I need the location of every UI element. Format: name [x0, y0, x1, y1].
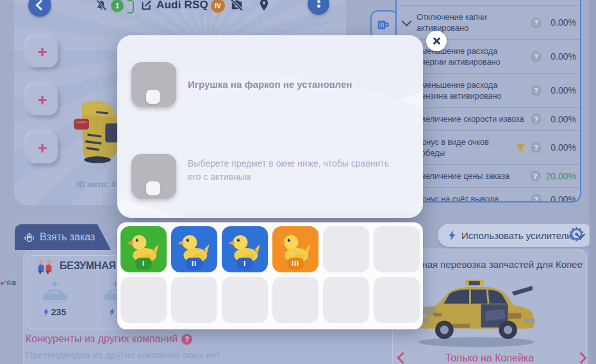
boost-label: Увеличение цены заказа	[417, 170, 525, 181]
tier-badge: III	[287, 258, 304, 270]
chevron-down-icon	[402, 16, 412, 26]
modal-title: Игрушка на фаркоп не установлен	[188, 79, 406, 90]
modal-close-button[interactable]	[426, 31, 447, 51]
help-icon[interactable]: ?	[531, 113, 542, 124]
boosts-panel: Отключение капчи активировано ? 0.00% Ум…	[395, 0, 581, 203]
kebab-icon	[317, 0, 320, 10]
boost-row[interactable]: Уменьшение расхода энергии активировано …	[397, 39, 580, 73]
boost-value: 0.00%	[547, 85, 576, 95]
walkie-talkie-icon	[24, 231, 35, 244]
boost-value: 0.00%	[547, 194, 576, 203]
item-compare-modal: Игрушка на фаркоп не установлен Выберете…	[117, 35, 423, 218]
help-icon[interactable]: ?	[530, 170, 541, 181]
rarity-chip	[146, 90, 160, 104]
inventory-cell[interactable]: III	[272, 226, 319, 272]
green-bracket-icon	[128, 0, 134, 13]
inventory-cell[interactable]	[120, 277, 167, 323]
boost-value: 0.00%	[547, 114, 576, 124]
inventory-cell[interactable]	[323, 226, 369, 272]
promo-caption: Только на Копейка	[418, 352, 561, 364]
boost-row[interactable]: Увеличение скорости извоза ? 0.00%	[397, 107, 580, 130]
tier-badge: II	[186, 258, 203, 270]
tab-take-order-label: Взять заказ	[40, 231, 95, 243]
inventory-cell[interactable]	[222, 277, 268, 323]
car-title: Audi RSQ	[156, 0, 208, 13]
boost-row[interactable]: Уменьшение расхода бензина активировано …	[397, 73, 580, 107]
help-icon[interactable]: ?	[531, 51, 542, 62]
trophy-icon	[516, 143, 526, 153]
add-slot-button-1[interactable]: +	[27, 37, 58, 67]
bell-slash-icon[interactable]	[95, 0, 108, 13]
lightning-icon	[109, 308, 115, 317]
use-boosters-label: Использовать усилители	[461, 230, 572, 241]
inventory-cell[interactable]	[374, 226, 420, 272]
modal-hint: Выберете предмет в окне ниже, чтобы срав…	[188, 157, 399, 184]
help-icon[interactable]: ?	[531, 17, 542, 28]
tier-badge: I	[236, 258, 253, 270]
boost-row[interactable]: Увеличение цены заказа ? 20.00%	[397, 164, 580, 187]
inventory-grid: I II I	[117, 222, 423, 329]
settings-gear-button[interactable]: ⚙	[568, 223, 585, 246]
order-slots: + 235 + 2	[40, 279, 130, 317]
boost-label: Уменьшение расхода бензина активировано	[417, 79, 526, 101]
energy-value: 235	[51, 307, 66, 317]
boost-label: Бонус на счёт вывода	[417, 194, 526, 203]
competitors-title: Конкуренты из других компаний ?	[26, 333, 192, 345]
rarity-chip	[146, 181, 160, 195]
help-icon[interactable]: ?	[531, 85, 542, 96]
close-icon	[432, 37, 441, 46]
compare-item-empty-slot	[131, 154, 176, 199]
edit-icon[interactable]	[140, 0, 154, 12]
boost-value: 20.00%	[546, 171, 576, 181]
inventory-cell[interactable]: I	[120, 226, 167, 272]
inventory-cell[interactable]: I	[222, 226, 268, 272]
render-artifact-text: в°Ñ⊠	[1, 280, 16, 286]
order-car-slot[interactable]: + 235	[40, 279, 69, 317]
boost-label: Отключение капчи активировано	[417, 12, 526, 33]
competitors-empty: Претендендов из других компаний пока нет	[26, 349, 220, 360]
boost-row[interactable]: Отключение капчи активировано ? 0.00%	[397, 5, 580, 39]
scrollbar[interactable]	[590, 0, 596, 364]
help-icon[interactable]: ?	[531, 194, 542, 203]
boosts-panel-clipped-row	[397, 0, 580, 5]
car-ghost-icon	[40, 288, 69, 301]
plus-icon: +	[40, 279, 69, 288]
tier-badge: I	[135, 258, 152, 270]
boost-row[interactable]: Бонус в виде очков победы ? 0.00%	[397, 130, 580, 164]
active-item-empty-slot	[131, 62, 176, 107]
boost-rows: Отключение капчи активировано ? 0.00% Ум…	[397, 5, 580, 203]
lightning-icon	[43, 308, 49, 317]
inventory-cell[interactable]	[272, 277, 319, 323]
inventory-cell[interactable]	[374, 277, 420, 323]
boost-label: Бонус в виде очков победы	[417, 136, 513, 158]
passengers-icon	[36, 258, 54, 275]
boost-value: 0.00%	[547, 142, 576, 153]
camera-slash-icon[interactable]	[229, 0, 244, 12]
help-icon[interactable]: ?	[531, 142, 542, 153]
game-screen: 1 Audi RSQ IV + + + ID авто: #7	[0, 0, 596, 364]
inventory-cell[interactable]	[171, 277, 217, 323]
help-icon[interactable]: ?	[181, 334, 192, 345]
taxi-promo-image	[409, 274, 543, 351]
inventory-cell[interactable]	[323, 277, 369, 323]
chevron-left-icon	[36, 0, 47, 10]
add-slot-button-3[interactable]: +	[27, 133, 58, 163]
inventory-cell[interactable]: II	[171, 226, 217, 272]
boost-value: 0.00%	[547, 51, 576, 62]
boost-value: 0.00%	[547, 17, 576, 28]
mug-icon	[376, 18, 390, 32]
boost-label: Увеличение скорости извоза	[417, 113, 526, 124]
boost-row[interactable]: Бонус на счёт вывода ? 0.00%	[397, 187, 580, 203]
location-pin-icon[interactable]	[258, 0, 270, 12]
promo-title: иная перевозка запчастей для Копеек	[417, 259, 583, 270]
add-slot-button-2[interactable]: +	[27, 85, 58, 115]
car-rear-image	[63, 94, 124, 167]
lightning-icon	[448, 230, 456, 241]
tab-take-order[interactable]: Взять заказ	[15, 224, 111, 250]
